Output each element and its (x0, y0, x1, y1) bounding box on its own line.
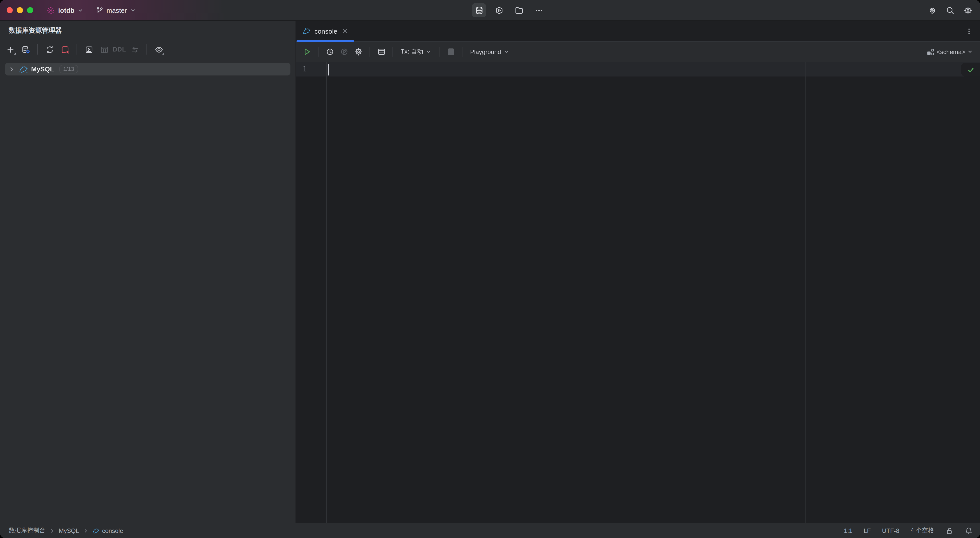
toolbar-separator (76, 44, 77, 55)
git-branch-icon (95, 6, 103, 14)
parameters-button[interactable] (337, 45, 351, 59)
statusbar-widgets: 1:1 LF UTF-8 4 个空格 (844, 526, 973, 535)
minimize-window-button[interactable] (17, 7, 23, 13)
chevron-down-icon (130, 7, 135, 13)
view-options-button[interactable] (151, 43, 166, 56)
explorer-toolbar: DDL (0, 40, 296, 59)
toolbar-separator (393, 47, 393, 57)
editor-gutter: 1 (296, 62, 327, 523)
console-toolbar: Tx: 自动 Playground (296, 42, 980, 62)
close-window-button[interactable] (6, 7, 13, 13)
hard-wrap-guide (805, 62, 806, 523)
dropdown-corner-icon (162, 52, 164, 55)
mysql-dolphin-icon (92, 527, 100, 534)
breadcrumb-mysql[interactable]: MySQL (59, 527, 79, 534)
tx-mode-label: Tx: 自动 (401, 48, 423, 56)
search-icon (945, 6, 954, 14)
console-settings-button[interactable] (352, 45, 365, 59)
toolbar-separator (146, 44, 147, 55)
notifications-bell-icon[interactable] (965, 527, 973, 535)
tab-options-button[interactable] (963, 25, 975, 37)
open-table-button[interactable] (97, 43, 111, 56)
no-problems-check-icon (966, 65, 975, 74)
titlebar-left: iotdb master (43, 4, 138, 17)
chevron-right-icon (83, 528, 88, 533)
editor-tabbar: console (296, 21, 980, 42)
line-ending-widget[interactable]: LF (864, 527, 871, 534)
ddl-label: DDL (113, 46, 126, 53)
services-hexagon-play-icon (495, 6, 503, 14)
playground-label: Playground (470, 48, 501, 56)
schema-label: <schema> (937, 48, 965, 56)
tab-label: console (314, 27, 337, 35)
caret-position-widget[interactable]: 1:1 (844, 527, 853, 534)
fullscreen-window-button[interactable] (27, 7, 33, 13)
titlebar-center-toolbar (472, 0, 546, 21)
encoding-widget[interactable]: UTF-8 (882, 527, 899, 534)
titlebar-right-toolbar (925, 3, 980, 17)
eye-icon (154, 45, 163, 54)
refresh-icon (45, 45, 54, 54)
project-files-tool-button[interactable] (512, 3, 526, 17)
playground-selector[interactable]: Playground (467, 46, 512, 57)
stop-square-icon (447, 48, 454, 55)
indent-widget[interactable]: 4 个空格 (911, 526, 934, 535)
database-explorer-panel: 数据库资源管理器 (0, 21, 296, 523)
chevron-down-icon (78, 7, 83, 13)
chevron-right-icon (49, 528, 55, 533)
spiral-icon (928, 6, 936, 14)
unlocked-padlock-icon[interactable] (945, 527, 953, 535)
mysql-dolphin-icon (303, 27, 311, 35)
datasource-tree: MySQL 1/13 (0, 59, 296, 523)
toolbar-separator (318, 47, 318, 57)
dropdown-corner-icon (14, 52, 16, 55)
chevron-right-icon[interactable] (8, 65, 16, 73)
inspections-widget[interactable] (961, 63, 980, 76)
vcs-branch-widget[interactable]: master (92, 4, 138, 16)
project-widget[interactable]: iotdb (43, 4, 86, 17)
tx-mode-selector[interactable]: Tx: 自动 (398, 45, 434, 58)
connection-count-badge: 1/13 (59, 65, 78, 73)
search-everywhere-button[interactable] (943, 3, 957, 17)
folder-icon (514, 6, 523, 14)
refresh-button[interactable] (42, 43, 57, 56)
query-history-button[interactable] (323, 45, 336, 59)
database-tool-button[interactable] (472, 3, 486, 17)
datasource-properties-button[interactable] (18, 43, 33, 56)
stop-button[interactable] (444, 45, 457, 59)
more-tool-windows-button[interactable] (531, 3, 546, 17)
gear-icon (963, 6, 972, 14)
breadcrumb-database-console[interactable]: 数据库控制台 (9, 526, 45, 535)
toolbar-separator (37, 44, 38, 55)
breadcrumbs: 数据库控制台 MySQL console (9, 526, 123, 535)
line-number: 1 (303, 65, 307, 73)
ai-assistant-button[interactable] (925, 3, 939, 17)
tree-row-mysql[interactable]: MySQL 1/13 (5, 63, 290, 76)
close-tab-button[interactable] (341, 27, 349, 35)
layout-panel-icon (377, 48, 386, 56)
tree-item-label: MySQL (31, 65, 54, 73)
jump-to-query-console-button[interactable] (82, 43, 96, 56)
schema-selector[interactable]: <schema> (924, 46, 975, 58)
plus-icon (6, 45, 14, 54)
breadcrumb-console[interactable]: console (92, 527, 123, 534)
tab-console[interactable]: console (297, 21, 354, 41)
panel-title: 数据库资源管理器 (0, 21, 296, 40)
sql-editor[interactable]: 1 (296, 62, 980, 523)
stage: iotdb master (0, 0, 980, 538)
in-editor-results-button[interactable] (375, 45, 388, 59)
run-button[interactable] (300, 45, 313, 59)
compare-button[interactable] (127, 43, 142, 56)
clock-icon (325, 48, 334, 56)
editor-pane: console (296, 21, 980, 523)
toolbar-separator (369, 47, 370, 57)
generate-ddl-button[interactable]: DDL (112, 43, 127, 56)
database-icon (475, 6, 484, 14)
chevron-down-icon (504, 49, 509, 55)
services-tool-button[interactable] (492, 3, 506, 17)
settings-button[interactable] (961, 3, 975, 17)
new-datasource-button[interactable] (3, 43, 18, 56)
disconnect-button[interactable] (58, 43, 72, 56)
titlebar: iotdb master (0, 0, 980, 21)
project-logo-icon (46, 6, 55, 14)
